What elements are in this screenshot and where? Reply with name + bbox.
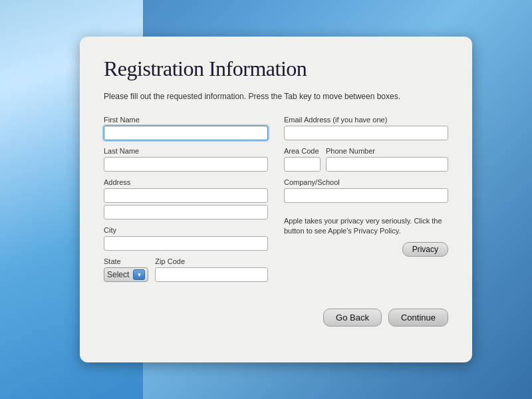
area-code-label: Area Code bbox=[284, 147, 321, 155]
phone-input[interactable] bbox=[326, 157, 448, 172]
first-name-input[interactable] bbox=[104, 126, 268, 140]
address-label: Address bbox=[104, 178, 268, 186]
zip-group: Zip Code bbox=[155, 257, 268, 282]
company-group: Company/School bbox=[284, 178, 448, 203]
go-back-button[interactable]: Go Back bbox=[323, 309, 382, 327]
left-column: First Name Last Name Address City bbox=[104, 116, 268, 282]
state-zip-row: State Select Zip Code bbox=[104, 257, 268, 282]
city-label: City bbox=[104, 226, 268, 234]
right-column: Email Address (if you have one) Area Cod… bbox=[284, 116, 448, 282]
zip-input[interactable] bbox=[155, 267, 268, 282]
first-name-group: First Name bbox=[104, 116, 268, 140]
privacy-button[interactable]: Privacy bbox=[402, 242, 448, 257]
last-name-group: Last Name bbox=[104, 147, 268, 172]
state-select-text: Select bbox=[107, 270, 129, 279]
city-group: City bbox=[104, 226, 268, 251]
address2-input[interactable] bbox=[104, 205, 268, 219]
address-group: Address bbox=[104, 178, 268, 219]
city-input[interactable] bbox=[104, 236, 268, 251]
dropdown-arrow-icon bbox=[133, 269, 145, 280]
state-select[interactable]: Select bbox=[104, 267, 148, 282]
phone-group: Area Code Phone Number bbox=[284, 147, 448, 172]
page-title: Registration Information bbox=[104, 57, 448, 81]
email-label: Email Address (if you have one) bbox=[284, 116, 448, 124]
area-code-group: Area Code bbox=[284, 147, 321, 172]
email-input[interactable] bbox=[284, 126, 448, 140]
instructions-text: Please fill out the requested informatio… bbox=[104, 90, 448, 102]
area-code-input[interactable] bbox=[284, 157, 321, 172]
state-group: State Select bbox=[104, 257, 148, 282]
first-name-label: First Name bbox=[104, 116, 268, 124]
privacy-text: Apple takes your privacy very seriously.… bbox=[284, 216, 448, 237]
form-layout: First Name Last Name Address City bbox=[104, 116, 448, 282]
last-name-input[interactable] bbox=[104, 157, 268, 172]
state-label: State bbox=[104, 257, 148, 265]
zip-label: Zip Code bbox=[155, 257, 268, 265]
phone-number-group: Phone Number bbox=[326, 147, 448, 172]
address1-input[interactable] bbox=[104, 188, 268, 203]
company-label: Company/School bbox=[284, 178, 448, 186]
continue-button[interactable]: Continue bbox=[388, 309, 448, 327]
address-inputs bbox=[104, 188, 268, 219]
bottom-bar: Go Back Continue bbox=[104, 298, 448, 327]
email-group: Email Address (if you have one) bbox=[284, 116, 448, 140]
company-input[interactable] bbox=[284, 188, 448, 203]
phone-label: Phone Number bbox=[326, 147, 448, 155]
last-name-label: Last Name bbox=[104, 147, 268, 155]
phone-row: Area Code Phone Number bbox=[284, 147, 448, 172]
registration-card: Registration Information Please fill out… bbox=[80, 37, 472, 362]
privacy-section: Apple takes your privacy very seriously.… bbox=[284, 216, 448, 257]
